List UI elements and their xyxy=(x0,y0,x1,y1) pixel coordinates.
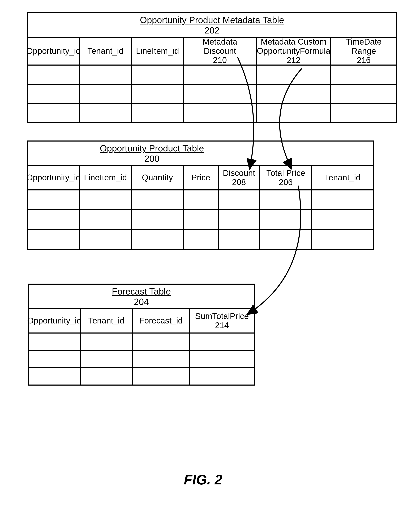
table-row xyxy=(28,189,373,209)
title-text: Opportunity Product Metadata Table xyxy=(140,15,284,25)
metadata-header-row: Opportunity_id Tenant_id LineItem_id Met… xyxy=(28,37,396,65)
col-tenant-id: Tenant_id xyxy=(81,309,133,332)
col-timedate-range: TimeDate Range 216 xyxy=(331,38,396,65)
figure-label: FIG. 2 xyxy=(184,472,222,488)
table-row xyxy=(28,209,373,229)
col-total-price: Total Price 206 xyxy=(260,166,312,189)
table-row xyxy=(29,367,254,384)
col-opportunity-id: Opportunity_id xyxy=(28,166,80,189)
table-row xyxy=(28,65,396,84)
product-header-row: Opportunity_id LineItem_id Quantity Pric… xyxy=(28,165,373,189)
col-metadata-custom-formula: Metadata Custom OpportunityFormula 212 xyxy=(257,38,331,65)
metadata-table-title: Opportunity Product Metadata Table 202 xyxy=(28,13,396,37)
title-text: Opportunity Product Table xyxy=(100,143,204,153)
col-discount: Discount 208 xyxy=(219,166,260,189)
col-tenant-id: Tenant_id xyxy=(312,166,373,189)
col-forecast-id: Forecast_id xyxy=(133,309,190,332)
col-sumtotalprice: SumTotalPrice 214 xyxy=(190,309,254,332)
table-row xyxy=(28,84,396,103)
title-ref: 200 xyxy=(28,154,276,164)
col-opportunity-id: Opportunity_id xyxy=(29,309,81,332)
forecast-table: Forecast Table 204 Opportunity_id Tenant… xyxy=(28,284,255,385)
col-lineitem-id: LineItem_id xyxy=(80,166,132,189)
table-row xyxy=(29,350,254,367)
col-lineitem-id: LineItem_id xyxy=(132,38,184,65)
table-row xyxy=(28,229,373,249)
col-metadata-discount: Metadata Discount 210 xyxy=(184,38,257,65)
title-ref: 202 xyxy=(28,25,396,36)
title-text: Forecast Table xyxy=(112,286,171,296)
forecast-header-row: Opportunity_id Tenant_id Forecast_id Sum… xyxy=(29,308,254,332)
col-opportunity-id: Opportunity_id xyxy=(28,38,80,65)
table-row xyxy=(28,103,396,122)
metadata-table: Opportunity Product Metadata Table 202 O… xyxy=(27,12,397,123)
forecast-table-title: Forecast Table 204 xyxy=(29,285,254,308)
product-table-title: Opportunity Product Table 200 xyxy=(28,142,276,165)
title-ref: 204 xyxy=(29,297,254,307)
figure-page: Opportunity Product Metadata Table 202 O… xyxy=(0,0,420,529)
table-row xyxy=(29,332,254,350)
product-table: Opportunity Product Table 200 Opportunit… xyxy=(27,141,374,250)
col-quantity: Quantity xyxy=(132,166,184,189)
col-tenant-id: Tenant_id xyxy=(80,38,132,65)
col-price: Price xyxy=(184,166,219,189)
